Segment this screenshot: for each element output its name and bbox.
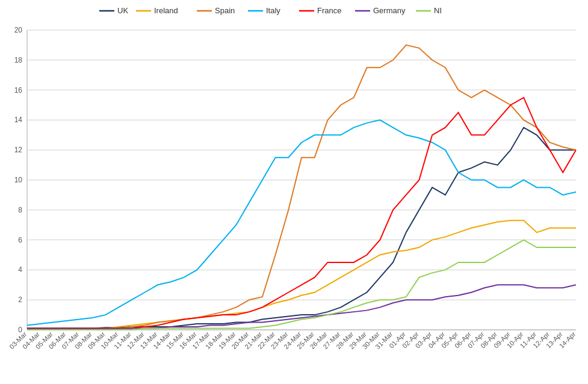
svg-text:8: 8	[18, 206, 22, 214]
svg-text:Italy: Italy	[266, 6, 280, 15]
svg-text:NI: NI	[434, 6, 442, 15]
svg-text:Ireland: Ireland	[154, 6, 178, 15]
svg-text:6: 6	[18, 236, 22, 244]
svg-text:UK: UK	[117, 6, 128, 15]
svg-text:10: 10	[14, 176, 23, 184]
svg-text:12: 12	[14, 146, 23, 154]
svg-text:14: 14	[14, 116, 23, 124]
svg-text:2: 2	[18, 296, 22, 304]
svg-text:16: 16	[14, 86, 23, 94]
svg-text:Spain: Spain	[215, 6, 235, 15]
chart-svg: 0246810121416182003-Mar04-Mar05-Mar06-Ma…	[0, 0, 588, 384]
svg-text:France: France	[317, 6, 341, 15]
svg-text:20: 20	[14, 26, 23, 34]
chart-container: 0246810121416182003-Mar04-Mar05-Mar06-Ma…	[0, 0, 588, 384]
svg-text:18: 18	[14, 56, 23, 64]
svg-text:Germany: Germany	[373, 6, 406, 15]
svg-text:4: 4	[18, 265, 22, 274]
